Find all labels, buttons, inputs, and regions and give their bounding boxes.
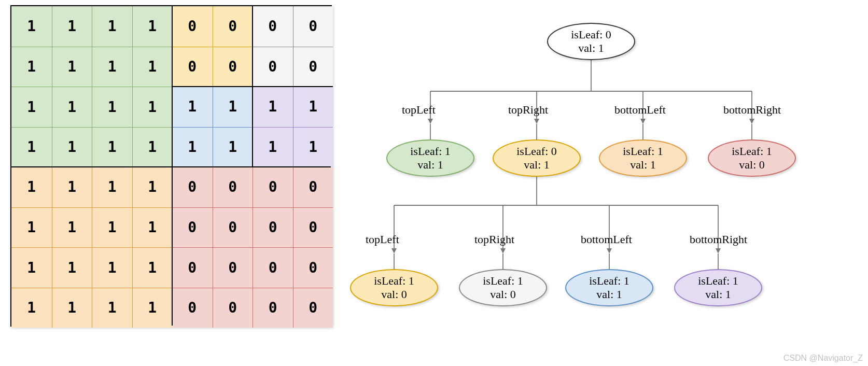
tree-root: isLeaf: 0val: 1: [547, 23, 635, 60]
grid-cell: 1: [52, 207, 92, 248]
grid-cell: 1: [92, 127, 132, 167]
node-val: val: 1: [524, 158, 550, 172]
grid-cell: 0: [293, 167, 333, 207]
grid-cell: 0: [253, 47, 293, 87]
grid-cell: 1: [92, 247, 132, 288]
node-val: val: 1: [705, 288, 731, 301]
grid-cell: 1: [253, 127, 293, 167]
grid-cell: 1: [11, 288, 52, 328]
grid-cell: 1: [11, 6, 52, 47]
grid-cell: 1: [52, 288, 92, 328]
grid-cell: 1: [92, 167, 132, 207]
grid-cell: 0: [172, 167, 213, 207]
grid-cell: 0: [293, 247, 333, 288]
node-isleaf: isLeaf: 1: [589, 274, 629, 288]
grid-cell: 1: [92, 6, 132, 47]
svg-marker-3: [428, 119, 433, 124]
grid-cell: 1: [132, 47, 173, 87]
grid-cell: 1: [11, 247, 52, 288]
grid-cell: 0: [253, 6, 293, 47]
node-isleaf: isLeaf: 1: [698, 274, 738, 288]
node-isleaf: isLeaf: 1: [483, 274, 523, 288]
grid-cell: 0: [213, 247, 253, 288]
quad-grid: 1111000011110000111111111111111111110000…: [10, 5, 332, 327]
grid-cell: 1: [132, 127, 173, 167]
grid-cell: 1: [253, 87, 293, 127]
grid-cell: 1: [172, 127, 213, 167]
node-val: val: 0: [490, 288, 516, 301]
grid-cell: 1: [132, 207, 173, 248]
node-isleaf: isLeaf: 0: [571, 28, 611, 41]
grid-cell: 1: [52, 47, 92, 87]
grid-cell: 1: [92, 47, 132, 87]
grid-cell: 1: [52, 87, 92, 127]
tree-node-l2-topLeft: isLeaf: 1val: 0: [350, 269, 438, 306]
svg-marker-23: [607, 248, 612, 254]
node-isleaf: isLeaf: 1: [374, 274, 414, 288]
grid-cell: 1: [52, 127, 92, 167]
grid-cell: 1: [11, 207, 52, 248]
svg-marker-9: [640, 119, 646, 124]
grid-cell: 1: [293, 87, 333, 127]
grid-cell: 1: [132, 288, 173, 328]
quad-tree: isLeaf: 0val: 1topLeftisLeaf: 1val: 1top…: [363, 5, 858, 342]
grid-cell: 0: [213, 207, 253, 248]
grid-cell: 0: [293, 6, 333, 47]
grid-cell: 1: [213, 87, 253, 127]
edge-label: bottomRight: [723, 103, 781, 117]
node-val: val: 1: [630, 158, 656, 172]
grid-cell: 0: [253, 247, 293, 288]
grid-cell: 1: [11, 167, 52, 207]
node-isleaf: isLeaf: 1: [410, 145, 451, 158]
grid-cell: 1: [132, 6, 173, 47]
grid-cell: 1: [92, 87, 132, 127]
watermark: CSDN @Navigator_Z: [783, 354, 863, 363]
tree-node-l2-bottomRight: isLeaf: 1val: 1: [674, 269, 762, 306]
grid-cell: 1: [132, 247, 173, 288]
svg-marker-20: [500, 248, 506, 254]
grid-cell: 1: [52, 167, 92, 207]
grid-cell: 1: [52, 6, 92, 47]
grid-cell: 0: [213, 47, 253, 87]
node-isleaf: isLeaf: 1: [732, 145, 772, 158]
grid-cell: 1: [52, 247, 92, 288]
grid-cell: 1: [213, 127, 253, 167]
grid-cell: 0: [172, 47, 213, 87]
grid-cell: 0: [172, 288, 213, 328]
grid-cell: 0: [172, 6, 213, 47]
grid-cell: 0: [172, 247, 213, 288]
grid-cell: 1: [11, 47, 52, 87]
node-val: val: 1: [417, 158, 443, 172]
grid-cell: 1: [11, 127, 52, 167]
edge-label: bottomLeft: [581, 233, 632, 246]
grid-cell: 0: [253, 288, 293, 328]
svg-marker-12: [749, 119, 754, 124]
grid-cell: 0: [293, 207, 333, 248]
node-isleaf: isLeaf: 0: [516, 145, 557, 158]
tree-node-l2-bottomLeft: isLeaf: 1val: 1: [565, 269, 653, 306]
tree-node-l2-topRight: isLeaf: 1val: 0: [459, 269, 547, 306]
grid-cell: 1: [92, 207, 132, 248]
grid-cell: 0: [253, 207, 293, 248]
grid-cell: 0: [172, 207, 213, 248]
svg-marker-26: [716, 248, 721, 254]
grid-cell: 1: [11, 87, 52, 127]
node-isleaf: isLeaf: 1: [623, 145, 663, 158]
edge-label: topRight: [474, 233, 514, 246]
grid-cell: 0: [213, 6, 253, 47]
node-val: val: 1: [578, 41, 604, 55]
grid-cell: 1: [293, 127, 333, 167]
grid-cell: 1: [92, 288, 132, 328]
tree-node-topRight: isLeaf: 0val: 1: [493, 139, 581, 177]
svg-marker-17: [391, 248, 397, 254]
edge-label: bottomLeft: [614, 103, 666, 117]
tree-node-bottomLeft: isLeaf: 1val: 1: [599, 139, 687, 177]
grid-cell: 0: [253, 167, 293, 207]
grid-cell: 0: [293, 47, 333, 87]
grid-cell: 0: [213, 288, 253, 328]
edge-label: topLeft: [366, 233, 399, 246]
svg-marker-6: [534, 119, 539, 124]
grid-cell: 1: [132, 167, 173, 207]
node-val: val: 1: [596, 288, 622, 301]
tree-node-bottomRight: isLeaf: 1val: 0: [708, 139, 796, 177]
